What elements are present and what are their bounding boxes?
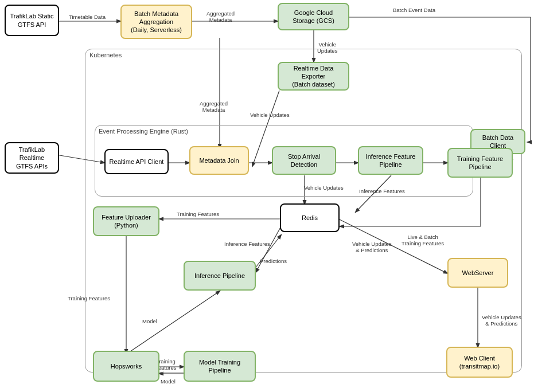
- metadata-join-box: Metadata Join: [189, 146, 249, 175]
- label-model-2: Model: [161, 378, 176, 385]
- label-batch-event-data: Batch Event Data: [393, 7, 435, 13]
- training-feature-box: Training FeaturePipeline: [447, 148, 513, 178]
- diagram: Timetable Data AggregatedMetadata Batch …: [0, 0, 534, 392]
- realtime-exporter-box: Realtime DataExporter(Batch dataset): [278, 62, 349, 91]
- label-aggregated-metadata-1: AggregatedMetadata: [206, 10, 235, 23]
- feature-uploader-box: Feature Uploader(Python): [93, 206, 159, 236]
- web-client-box: Web Client(transitmap.io): [446, 347, 513, 378]
- batch-metadata-box: Batch MetadataAggregation(Daily, Serverl…: [120, 5, 192, 39]
- event-processing-label: Event Processing Engine (Rust): [99, 128, 188, 135]
- gcs-box: Google CloudStorage (GCS): [278, 3, 349, 30]
- model-training-box: Model TrainingPipeline: [184, 351, 256, 382]
- inference-feature-box: Inference FeaturePipeline: [358, 146, 423, 175]
- redis-box: Redis: [280, 203, 340, 232]
- realtime-api-client-box: Realtime API Client: [104, 149, 169, 174]
- webserver-box: WebServer: [447, 258, 508, 288]
- inference-pipeline-box: Inference Pipeline: [184, 261, 256, 291]
- hopsworks-box: Hopsworks: [93, 351, 159, 382]
- label-timetable-data: Timetable Data: [69, 14, 106, 20]
- trafiklab-static-box: TrafikLab Static GTFS API: [5, 5, 59, 36]
- kubernetes-label: Kubernetes: [89, 52, 122, 58]
- trafiklab-realtime-box: TrafikLab RealtimeGTFS APIs: [5, 142, 59, 174]
- stop-arrival-box: Stop ArrivalDetection: [272, 146, 336, 175]
